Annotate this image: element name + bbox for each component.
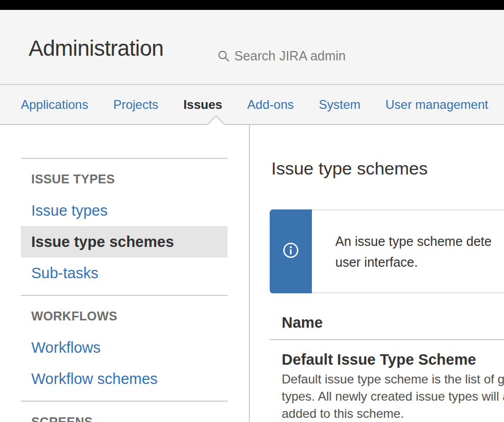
- info-icon: [283, 242, 299, 260]
- sidebar-divider: [21, 295, 228, 296]
- sidebar-item-workflows[interactable]: Workflows: [21, 332, 228, 363]
- info-message-text: An issue type scheme dete user interface…: [335, 231, 504, 272]
- admin-header: Administration: [0, 10, 504, 84]
- section-title: Issue type schemes: [271, 125, 504, 179]
- nav-tab-addons[interactable]: Add-ons: [247, 97, 294, 112]
- issue-type-schemes-table: Name Default Issue Type Scheme Default i…: [270, 293, 504, 422]
- search-icon: [218, 50, 230, 62]
- nav-tab-system[interactable]: System: [319, 97, 360, 112]
- info-message-panel: An issue type scheme dete user interface…: [270, 209, 504, 293]
- sidebar-divider: [21, 158, 228, 159]
- admin-nav: Applications Projects Issues Add-ons Sys…: [0, 84, 504, 125]
- table-row: Default Issue Type Scheme Default issue …: [270, 340, 504, 422]
- nav-tab-projects[interactable]: Projects: [113, 97, 158, 112]
- sidebar: ISSUE TYPES Issue types Issue type schem…: [0, 125, 250, 422]
- table-header-name: Name: [270, 293, 504, 340]
- scheme-description: Default issue type scheme is the list of…: [282, 370, 504, 422]
- top-system-bar: [0, 0, 504, 10]
- sidebar-item-issue-types[interactable]: Issue types: [21, 195, 228, 226]
- info-icon-column: [270, 209, 312, 293]
- info-message-body: An issue type scheme dete user interface…: [312, 209, 504, 293]
- sidebar-item-workflow-schemes[interactable]: Workflow schemes: [21, 363, 228, 394]
- sidebar-item-sub-tasks[interactable]: Sub-tasks: [21, 257, 228, 289]
- sidebar-section-issue-types: ISSUE TYPES: [21, 164, 228, 195]
- scheme-name: Default Issue Type Scheme: [282, 351, 504, 368]
- nav-tab-issues[interactable]: Issues: [183, 97, 222, 112]
- search-input[interactable]: [234, 48, 385, 64]
- sidebar-section-screens: SCREENS: [21, 406, 228, 422]
- nav-tab-user-management[interactable]: User management: [385, 97, 488, 112]
- sidebar-item-issue-type-schemes[interactable]: Issue type schemes: [21, 226, 228, 257]
- content-area: ISSUE TYPES Issue types Issue type schem…: [0, 125, 504, 422]
- admin-search: [218, 48, 385, 64]
- main-panel: Issue type schemes An issue type scheme …: [250, 125, 504, 422]
- sidebar-divider: [21, 401, 228, 402]
- sidebar-section-workflows: WORKFLOWS: [21, 301, 228, 332]
- page-title: Administration: [29, 37, 163, 60]
- nav-tab-applications[interactable]: Applications: [21, 97, 88, 112]
